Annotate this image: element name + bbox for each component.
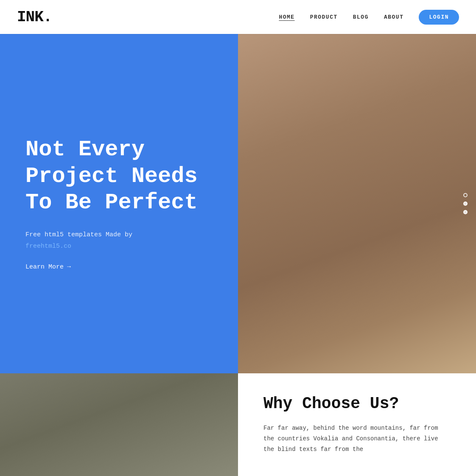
nav-product[interactable]: PRODUCT (310, 14, 338, 20)
login-button[interactable]: LOGIN (419, 10, 459, 25)
indicator-2[interactable] (463, 202, 468, 206)
navbar: INK. HOME PRODUCT BLOG ABOUT LOGIN (0, 0, 476, 34)
nav-about[interactable]: ABOUT (384, 14, 404, 20)
indicator-3[interactable] (463, 210, 468, 214)
hero-link[interactable]: freehtml5.co (25, 243, 213, 250)
learn-more-button[interactable]: Learn More → (25, 263, 213, 271)
hero-title: Not Every Project Needs To Be Perfect (25, 137, 213, 216)
hero-subtitle: Free html5 templates Made by (25, 230, 213, 240)
bottom-section: Why Choose Us? Far far away, behind the … (0, 373, 476, 476)
slide-indicators (463, 193, 468, 214)
learn-more-label: Learn More (25, 263, 64, 271)
why-title: Why Choose Us? (263, 395, 451, 413)
hero-right-panel (238, 34, 476, 373)
logo: INK. (17, 8, 52, 26)
arrow-icon: → (67, 263, 71, 271)
hero-left-panel: Not Every Project Needs To Be Perfect Fr… (0, 34, 238, 373)
nav-blog[interactable]: BLOG (353, 14, 369, 20)
why-choose-us-panel: Why Choose Us? Far far away, behind the … (238, 373, 476, 476)
hero-section: Not Every Project Needs To Be Perfect Fr… (0, 34, 476, 373)
bottom-left-image (0, 373, 238, 476)
nav-home[interactable]: HOME (279, 14, 294, 20)
nav-links: HOME PRODUCT BLOG ABOUT LOGIN (279, 10, 459, 25)
why-text: Far far away, behind the word mountains,… (263, 423, 451, 455)
indicator-1[interactable] (463, 193, 468, 197)
